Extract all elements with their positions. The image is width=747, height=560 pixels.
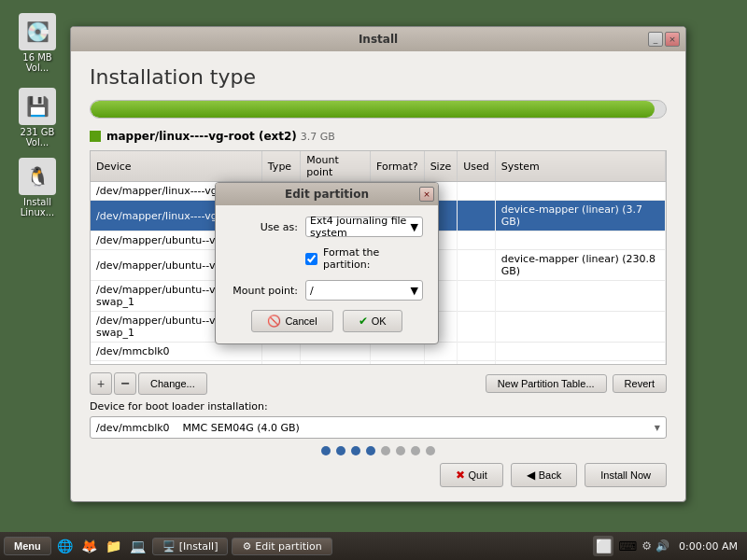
taskbar-install-icon: 🖥️ <box>162 540 176 553</box>
ok-label: OK <box>372 315 387 327</box>
cancel-icon: 🚫 <box>267 315 281 328</box>
partition-color-indicator <box>90 131 101 142</box>
table-row[interactable]: /dev/mmcblk0 <box>91 343 666 361</box>
taskbar-settings-icon[interactable]: ⚙ <box>641 539 652 553</box>
format-checkbox[interactable] <box>305 253 317 265</box>
edit-partition-content: Use as: Ext4 journaling file system ▼ Fo… <box>216 205 438 343</box>
table-cell-1-5 <box>458 201 496 231</box>
install-window-titlebar: Install _ × <box>71 27 685 51</box>
bootloader-select[interactable]: /dev/mmcblk0 MMC SEM04G (4.0 GB) ▼ <box>90 416 667 439</box>
mount-point-select[interactable]: / ▼ <box>305 280 423 301</box>
partition-info: mapper/linux----vg-root (ext2) 3.7 GB <box>90 130 667 143</box>
bootloader-dropdown-arrow: ▼ <box>655 424 660 432</box>
dialog-cancel-button[interactable]: 🚫 Cancel <box>251 310 332 332</box>
desktop-icon-disk1[interactable]: 💽 16 MB Vol... <box>7 9 67 77</box>
taskbar-files-icon[interactable]: 📁 <box>104 536 124 556</box>
mount-point-row: Mount point: / ▼ <box>231 280 423 301</box>
desktop-icon-disk2[interactable]: 💾 231 GB Vol... <box>7 84 67 151</box>
taskbar-volume-icon[interactable]: 🔊 <box>655 539 669 553</box>
edit-partition-titlebar: Edit partition × <box>216 183 438 205</box>
revert-button[interactable]: Revert <box>613 374 667 393</box>
use-as-row: Use as: Ext4 journaling file system ▼ <box>231 217 423 237</box>
disk2-label: 231 GB Vol... <box>11 127 63 147</box>
taskbar-clock: 0:00:00 AM <box>673 540 743 553</box>
mount-point-control: / ▼ <box>305 280 423 301</box>
table-cell-4-5 <box>458 281 496 312</box>
col-device: Device <box>91 151 261 182</box>
table-cell-4-6 <box>495 281 665 312</box>
taskbar-edit-partition-button[interactable]: ⚙️ Edit partition <box>232 538 331 555</box>
use-as-control: Ext4 journaling file system ▼ <box>305 217 423 237</box>
table-cell-1-6: device-mapper (linear) (3.7 GB) <box>495 201 665 231</box>
nav-dot-4 <box>366 446 375 455</box>
table-cell-7-1 <box>261 361 300 366</box>
disk1-label: 16 MB Vol... <box>11 52 63 73</box>
desktop: 💽 16 MB Vol... 💾 231 GB Vol... 🐧 Install… <box>0 0 747 523</box>
col-type: Type <box>261 151 300 182</box>
desktop-icon-install[interactable]: 🐧 Install Linux... <box>7 154 67 221</box>
mount-point-dropdown-arrow: ▼ <box>411 285 418 297</box>
install-window-title: Install <box>359 33 398 46</box>
table-cell-6-5 <box>458 343 496 361</box>
install-now-label: Install Now <box>600 469 651 481</box>
bottom-controls: + − Change... New Partition Table... Rev… <box>90 372 667 395</box>
dialog-ok-button[interactable]: ✔ OK <box>343 310 402 332</box>
install-icon: 🐧 <box>19 158 56 195</box>
nav-dot-2 <box>336 446 345 455</box>
taskbar-install-button[interactable]: 🖥️ [Install] <box>152 538 229 555</box>
table-row[interactable]: /dev/mmcblk0p1 <box>91 361 666 366</box>
table-cell-6-1 <box>261 343 300 361</box>
ok-icon: ✔ <box>359 315 368 328</box>
new-partition-table-button[interactable]: New Partition Table... <box>486 374 607 393</box>
nav-dot-7 <box>411 446 420 455</box>
partition-name: mapper/linux----vg-root (ext2) <box>106 130 297 143</box>
cancel-label: Cancel <box>285 315 317 327</box>
back-label: Back <box>539 469 561 481</box>
edit-partition-dialog: Edit partition × Use as: Ext4 journaling… <box>215 182 439 344</box>
taskbar-edit-label: Edit partition <box>255 540 321 553</box>
mount-point-value: / <box>310 285 314 297</box>
table-cell-7-6 <box>495 361 665 366</box>
col-format: Format? <box>371 151 425 182</box>
back-button[interactable]: ◀ Back <box>511 463 577 487</box>
use-as-select[interactable]: Ext4 journaling file system ▼ <box>305 217 423 237</box>
table-cell-6-3 <box>371 343 425 361</box>
table-cell-6-2 <box>301 343 371 361</box>
disk1-icon: 💽 <box>19 13 56 50</box>
nav-buttons: ✖ Quit ◀ Back Install Now <box>90 463 667 487</box>
table-cell-6-0: /dev/mmcblk0 <box>91 343 261 361</box>
change-partition-button[interactable]: Change... <box>138 372 207 395</box>
nav-dot-8 <box>426 446 435 455</box>
minimize-button[interactable]: _ <box>648 32 663 47</box>
install-label: Install Linux... <box>11 197 63 217</box>
taskbar-menu-button[interactable]: Menu <box>4 537 51 555</box>
table-cell-2-6 <box>495 231 665 250</box>
table-cell-5-5 <box>458 312 496 343</box>
taskbar-keyboard-icon[interactable]: ⌨️ <box>617 536 638 556</box>
install-now-button[interactable]: Install Now <box>585 463 667 487</box>
add-partition-button[interactable]: + <box>90 372 112 395</box>
table-cell-0-6 <box>495 182 665 201</box>
remove-partition-button[interactable]: − <box>114 372 136 395</box>
taskbar-terminal-icon[interactable]: 💻 <box>128 536 148 556</box>
taskbar-browser-icon[interactable]: 🌐 <box>55 536 76 556</box>
bootloader-label: Device for boot loader installation: <box>90 400 667 413</box>
close-button[interactable]: × <box>665 32 680 47</box>
quit-button[interactable]: ✖ Quit <box>440 463 503 487</box>
taskbar-install-label: [Install] <box>179 540 218 553</box>
edit-partition-close-button[interactable]: × <box>419 187 434 202</box>
right-action-buttons: New Partition Table... Revert <box>486 374 667 393</box>
page-title: Installation type <box>90 65 667 89</box>
back-icon: ◀ <box>527 469 535 482</box>
quit-label: Quit <box>469 469 487 481</box>
taskbar-layout-icon[interactable]: ⬜ <box>593 536 613 556</box>
format-row: Format the partition: <box>305 246 423 271</box>
format-label: Format the partition: <box>323 246 423 271</box>
table-cell-7-0: /dev/mmcblk0p1 <box>91 361 261 366</box>
col-size: Size <box>424 151 458 182</box>
partition-size: 3.7 GB <box>301 131 335 143</box>
taskbar-firefox-icon[interactable]: 🦊 <box>79 536 100 556</box>
table-cell-0-5 <box>458 182 496 201</box>
window-controls: _ × <box>648 32 680 47</box>
col-used: Used <box>458 151 496 182</box>
